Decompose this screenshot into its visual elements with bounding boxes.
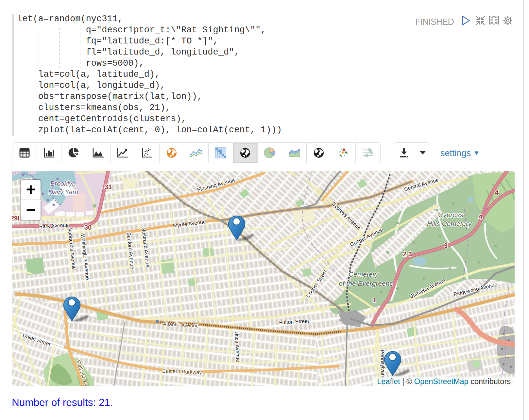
svg-text:Cypress: Cypress: [438, 211, 464, 218]
svg-text:Hills Cemetery: Hills Cemetery: [427, 220, 472, 227]
svg-text:Brooklyn: Brooklyn: [50, 180, 76, 187]
svg-text:Cemetery: Cemetery: [349, 270, 379, 278]
svg-text:31: 31: [105, 183, 112, 190]
svg-text:3: 3: [444, 242, 448, 249]
svg-text:4: 4: [479, 213, 483, 220]
svg-text:30: 30: [84, 224, 92, 231]
svg-text:of the Evergreens: of the Evergreens: [339, 280, 393, 287]
svg-text:2 3: 2 3: [403, 250, 412, 258]
svg-text:1: 1: [373, 298, 376, 303]
svg-text:4: 4: [495, 189, 499, 196]
svg-text:Navy Yard: Navy Yard: [48, 188, 78, 196]
